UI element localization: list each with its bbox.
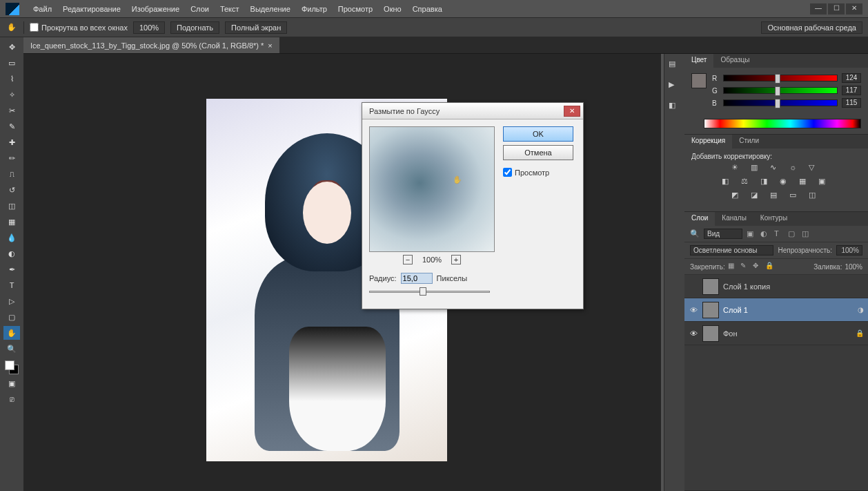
- workspace-select[interactable]: Основная рабочая среда: [761, 21, 862, 34]
- b-label: B: [712, 99, 719, 107]
- layer-thumbnail[interactable]: [702, 325, 719, 342]
- fill-value[interactable]: 100%: [845, 263, 862, 271]
- slider-thumb[interactable]: [420, 287, 426, 296]
- radius-input[interactable]: [401, 273, 433, 284]
- zoom-100-button[interactable]: 100%: [133, 21, 165, 34]
- photo-filter-icon[interactable]: ◉: [780, 177, 792, 188]
- menu-filter[interactable]: Фильтр: [296, 2, 333, 16]
- filter-shape-icon[interactable]: ▢: [788, 229, 798, 239]
- cancel-button[interactable]: Отмена: [503, 145, 573, 160]
- radius-slider[interactable]: [369, 287, 490, 296]
- tab-paths[interactable]: Контуры: [753, 212, 794, 226]
- menu-image[interactable]: Изображение: [126, 2, 185, 16]
- document-tab[interactable]: Ice_queen_stock_113_by_Tigg_stock.jpg @ …: [23, 37, 280, 53]
- eye-icon[interactable]: 👁: [689, 329, 698, 338]
- filter-smart-icon[interactable]: ◫: [802, 229, 811, 239]
- actions-icon[interactable]: ▶: [669, 80, 681, 93]
- eye-icon[interactable]: 👁: [689, 306, 698, 314]
- tab-color[interactable]: Цвет: [684, 54, 713, 68]
- hue-icon[interactable]: ◧: [722, 177, 734, 188]
- dialog-close-button[interactable]: ✕: [564, 106, 580, 117]
- invert-icon[interactable]: ◩: [731, 191, 744, 202]
- window-min-button[interactable]: —: [810, 3, 827, 15]
- bw-icon[interactable]: ◨: [760, 177, 773, 188]
- layer-thumbnail[interactable]: [702, 302, 719, 318]
- exposure-icon[interactable]: ☼: [789, 163, 802, 174]
- filter-pixel-icon[interactable]: ▣: [747, 229, 756, 239]
- tab-styles[interactable]: Стили: [732, 135, 766, 148]
- fit-button[interactable]: Подогнать: [170, 21, 219, 34]
- layer-row[interactable]: Слой 1 копия: [684, 275, 868, 298]
- r-slider[interactable]: [723, 75, 838, 81]
- selcolor-icon[interactable]: ◫: [809, 191, 821, 202]
- zoom-out-button[interactable]: −: [403, 255, 413, 264]
- layer-filter-kind[interactable]: Вид: [704, 229, 742, 239]
- dialog-titlebar[interactable]: Размытие по Гауссу ✕: [362, 103, 583, 119]
- layer-row[interactable]: 👁 Фон 🔒: [684, 322, 868, 345]
- curves-icon[interactable]: ∿: [770, 163, 782, 174]
- menu-file[interactable]: Файл: [28, 2, 57, 16]
- adjustments-panel: Коррекция Стили Добавить корректировку: …: [684, 135, 868, 212]
- hand-tool-icon[interactable]: ✋: [6, 21, 18, 34]
- levels-icon[interactable]: ▥: [751, 163, 763, 174]
- fill-label: Заливка:: [813, 263, 842, 271]
- vibrance-icon[interactable]: ▽: [809, 163, 821, 174]
- color-preview[interactable]: [691, 73, 707, 88]
- g-value[interactable]: 117: [842, 86, 861, 95]
- preview-checkbox[interactable]: Просмотр: [503, 168, 573, 177]
- filter-type-icon[interactable]: T: [774, 229, 784, 239]
- ok-button[interactable]: OK: [503, 126, 573, 142]
- filter-preview[interactable]: ✋: [369, 126, 495, 252]
- tab-swatches[interactable]: Образцы: [713, 54, 756, 68]
- menu-select[interactable]: Выделение: [245, 2, 296, 16]
- r-value[interactable]: 124: [842, 73, 861, 83]
- window-close-button[interactable]: ✕: [846, 3, 862, 15]
- lock-paint-icon[interactable]: ✎: [740, 262, 750, 271]
- layer-name[interactable]: Слой 1: [723, 306, 748, 314]
- move-tool[interactable]: ✥: [3, 40, 20, 54]
- zoom-in-button[interactable]: +: [451, 255, 461, 264]
- layer-name[interactable]: Слой 1 копия: [723, 282, 770, 291]
- lock-pixels-icon[interactable]: ▦: [728, 262, 738, 271]
- radius-label: Радиус:: [369, 274, 397, 282]
- gradmap-icon[interactable]: ▭: [789, 191, 802, 202]
- menu-view[interactable]: Просмотр: [333, 2, 378, 16]
- lookup-icon[interactable]: ▣: [818, 177, 831, 188]
- menu-window[interactable]: Окно: [378, 2, 407, 16]
- brightness-icon[interactable]: ☀: [731, 163, 744, 174]
- lock-pos-icon[interactable]: ✥: [753, 262, 762, 271]
- lock-icon: 🔒: [856, 329, 864, 337]
- threshold-icon[interactable]: ▤: [770, 191, 782, 202]
- filter-indicator-icon: ◑: [858, 306, 864, 314]
- mixer-icon[interactable]: ▦: [799, 177, 811, 188]
- layer-thumbnail[interactable]: [702, 278, 719, 295]
- window-max-button[interactable]: ☐: [828, 3, 845, 15]
- layer-name[interactable]: Фон: [723, 329, 738, 338]
- close-icon[interactable]: ×: [268, 41, 272, 50]
- balance-icon[interactable]: ⚖: [741, 177, 753, 188]
- tab-channels[interactable]: Каналы: [715, 212, 753, 226]
- layer-row[interactable]: 👁 Слой 1 ◑: [684, 298, 868, 322]
- hand-cursor-icon: ✋: [453, 175, 462, 184]
- tab-layers[interactable]: Слои: [684, 212, 715, 226]
- blend-mode-select[interactable]: Осветление основы: [690, 245, 773, 256]
- scroll-all-checkbox[interactable]: Прокрутка во всех окнах: [30, 23, 128, 32]
- filter-adj-icon[interactable]: ◐: [760, 229, 770, 239]
- fullscreen-button[interactable]: Полный экран: [225, 21, 287, 34]
- menu-edit[interactable]: Редактирование: [57, 2, 126, 16]
- spectrum-picker[interactable]: [704, 119, 861, 128]
- lock-all-icon[interactable]: 🔒: [765, 262, 775, 271]
- posterize-icon[interactable]: ◪: [751, 191, 763, 202]
- opacity-label: Непрозрачность:: [778, 247, 832, 254]
- layer-list: Слой 1 копия 👁 Слой 1 ◑ 👁 Фон 🔒: [684, 275, 868, 490]
- history-icon[interactable]: ▤: [669, 59, 681, 72]
- menu-layers[interactable]: Слои: [185, 2, 215, 16]
- tab-adjustments[interactable]: Коррекция: [684, 135, 732, 148]
- menu-help[interactable]: Справка: [407, 2, 448, 16]
- opacity-value[interactable]: 100%: [836, 245, 862, 256]
- b-value[interactable]: 115: [842, 98, 861, 108]
- menu-text[interactable]: Текст: [215, 2, 245, 16]
- g-slider[interactable]: [723, 87, 838, 94]
- properties-icon[interactable]: ◧: [669, 101, 681, 113]
- b-slider[interactable]: [723, 99, 838, 106]
